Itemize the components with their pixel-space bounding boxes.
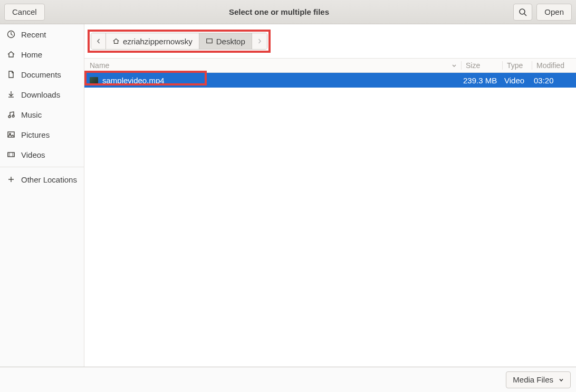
svg-rect-8 [206, 39, 212, 43]
sidebar-item-label: Other Locations [21, 175, 77, 184]
sidebar-separator [0, 167, 84, 167]
file-list: samplevideo.mp4 239.3 MB Video 03:20 [84, 73, 576, 88]
svg-point-3 [8, 116, 11, 118]
home-icon [6, 50, 16, 59]
path-segment-label: Desktop [216, 37, 245, 46]
video-thumbnail-icon [90, 77, 98, 83]
svg-rect-5 [8, 132, 14, 137]
sidebar-item-label: Videos [21, 150, 45, 159]
sidebar-item-label: Downloads [21, 90, 60, 99]
filter-label: Media Files [513, 375, 553, 384]
sidebar-item-downloads[interactable]: Downloads [0, 84, 84, 104]
music-icon [6, 110, 16, 119]
clock-icon [6, 30, 16, 39]
file-type: Video [502, 76, 532, 85]
places-sidebar: Recent Home Documents Downloads Music Pi… [0, 24, 84, 367]
home-icon [112, 37, 120, 45]
sidebar-item-other-locations[interactable]: Other Locations [0, 169, 84, 189]
footer-bar: Media Files [0, 367, 576, 392]
chevron-left-icon [96, 39, 101, 44]
sidebar-item-label: Home [21, 50, 42, 59]
file-size: 239.3 MB [461, 76, 502, 85]
open-button[interactable]: Open [536, 4, 572, 21]
desktop-icon [206, 37, 213, 45]
sidebar-item-pictures[interactable]: Pictures [0, 125, 84, 145]
column-headers: Name Size Type Modified [84, 58, 576, 73]
path-back-button[interactable] [91, 33, 106, 49]
sidebar-item-music[interactable]: Music [0, 104, 84, 125]
picture-icon [6, 130, 16, 139]
chevron-right-icon [257, 39, 262, 44]
path-segment-desktop[interactable]: Desktop [199, 33, 252, 49]
sidebar-item-recent[interactable]: Recent [0, 24, 84, 44]
svg-rect-7 [8, 152, 14, 157]
sidebar-item-label: Music [21, 110, 42, 119]
sidebar-item-label: Pictures [21, 130, 50, 139]
file-area: ezriahzippernowsky Desktop Name Size [84, 24, 576, 367]
sort-indicator-icon [452, 63, 457, 68]
svg-point-0 [520, 9, 525, 14]
path-segment-label: ezriahzippernowsky [123, 37, 193, 46]
sidebar-item-home[interactable]: Home [0, 44, 84, 64]
column-header-name[interactable]: Name [84, 61, 461, 70]
sidebar-item-label: Recent [21, 30, 46, 39]
file-row[interactable]: samplevideo.mp4 239.3 MB Video 03:20 [84, 73, 576, 88]
document-icon [6, 70, 16, 79]
download-icon [6, 90, 16, 99]
plus-icon [6, 175, 16, 184]
column-header-size[interactable]: Size [461, 61, 502, 70]
search-icon [519, 8, 527, 16]
file-modified: 03:20 [532, 76, 576, 85]
path-segment-home[interactable]: ezriahzippernowsky [106, 33, 199, 49]
file-filter-dropdown[interactable]: Media Files [506, 371, 571, 388]
path-forward-button[interactable] [252, 33, 267, 49]
dialog-title: Select one or multiple files [49, 7, 510, 16]
search-button[interactable] [513, 4, 532, 21]
svg-point-4 [12, 115, 14, 117]
video-icon [6, 150, 16, 159]
annotation-highlight: ezriahzippernowsky Desktop [88, 30, 271, 53]
pathbar: ezriahzippernowsky Desktop [91, 33, 267, 50]
svg-line-1 [524, 14, 526, 16]
column-header-type[interactable]: Type [502, 61, 532, 70]
file-name: samplevideo.mp4 [102, 76, 165, 85]
cancel-button[interactable]: Cancel [4, 4, 45, 21]
chevron-down-icon [559, 377, 564, 383]
titlebar: Cancel Select one or multiple files Open [0, 0, 576, 24]
sidebar-item-documents[interactable]: Documents [0, 64, 84, 84]
column-header-modified[interactable]: Modified [532, 61, 576, 70]
sidebar-item-label: Documents [21, 70, 61, 79]
sidebar-item-videos[interactable]: Videos [0, 145, 84, 165]
